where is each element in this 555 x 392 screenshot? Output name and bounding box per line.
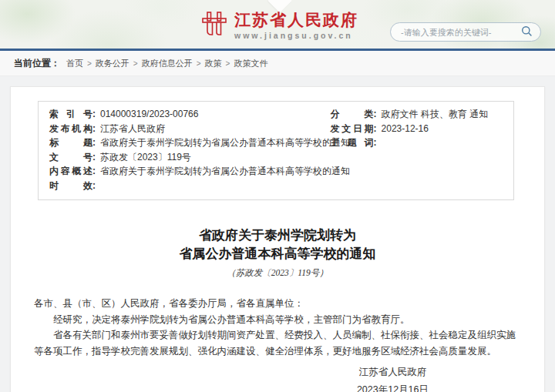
breadcrumb-separator: > <box>226 59 230 68</box>
sign-date: 2023年12月16日 <box>357 381 429 392</box>
meta-row-summary: 内容概述: 省政府关于泰州学院划转为省属公办普通本科高等学校的通知 <box>49 164 331 179</box>
salutation: 各市、县（市、区）人民政府，省各委办厅局，省各直属单位： <box>34 296 521 312</box>
meta-column-right: 分类: 政府文件 科技、教育 通知 发文日期: 2023-12-16 主题词: <box>331 107 503 193</box>
breadcrumb-item-zwgk[interactable]: 政务公开 <box>96 58 130 69</box>
search-input[interactable] <box>401 28 521 37</box>
meta-row-category: 分类: 政府文件 科技、教育 通知 <box>331 107 503 122</box>
search-icon <box>521 25 533 39</box>
meta-value-summary: 省政府关于泰州学院划转为省属公办普通本科高等学校的通知 <box>100 164 350 179</box>
site-logo[interactable]: 江苏省人民政府 www.jiangsu.gov.cn <box>200 10 358 41</box>
meta-row-index-no: 索引号: 014000319/2023-00766 <box>49 107 331 122</box>
search-box[interactable] <box>390 22 541 42</box>
document-title: 省政府关于泰州学院划转为 省属公办普通本科高等学校的通知 <box>11 226 544 263</box>
body-paragraph-2: 省各有关部门和泰州市要妥善做好划转期间资产处置、经费投入、人员编制、社保衔接、社… <box>34 327 521 359</box>
site-title: 江苏省人民政府 <box>234 11 358 29</box>
document-card: 索引号: 014000319/2023-00766 发布机构: 江苏省人民政府 … <box>10 86 545 392</box>
meta-row-doc-no: 文号: 苏政发〔2023〕119号 <box>49 150 331 165</box>
meta-row-issue-date: 发文日期: 2023-12-16 <box>331 122 503 136</box>
meta-row-keywords: 主题词: <box>331 136 503 150</box>
meta-value-doc-no: 苏政发〔2023〕119号 <box>100 150 191 165</box>
meta-value-category: 政府文件 科技、教育 通知 <box>382 107 489 122</box>
document-title-line2: 省属公办普通本科高等学校的通知 <box>11 245 544 263</box>
breadcrumb-item-zcwj[interactable]: 政策文件 <box>234 58 267 69</box>
breadcrumb-item-zc[interactable]: 政策 <box>205 58 222 69</box>
meta-row-validity: 时效: <box>49 179 331 193</box>
meta-row-issuer: 发布机构: 江苏省人民政府 <box>49 122 331 136</box>
meta-column-left: 索引号: 014000319/2023-00766 发布机构: 江苏省人民政府 … <box>49 107 331 193</box>
meta-value-index-no: 014000319/2023-00766 <box>100 107 198 122</box>
breadcrumb-prefix: 当前位置： <box>14 57 60 70</box>
document-title-line1: 省政府关于泰州学院划转为 <box>11 226 544 245</box>
document-meta-table: 索引号: 014000319/2023-00766 发布机构: 江苏省人民政府 … <box>38 101 514 200</box>
signature-block: 江苏省人民政府 2023年12月16日 <box>357 364 429 392</box>
site-url: www.jiangsu.gov.cn <box>234 31 358 40</box>
breadcrumb-item-xxgk[interactable]: 政府信息公开 <box>142 58 193 69</box>
search-button[interactable] <box>521 25 533 39</box>
breadcrumb: 当前位置： 首页 > 政务公开 > 政府信息公开 > 政策 > 政策文件 <box>0 51 555 76</box>
breadcrumb-separator: > <box>197 59 201 68</box>
su-seal-icon <box>200 10 228 41</box>
meta-row-title: 标题: 省政府关于泰州学院划转为省属公办普通本科高等学校的通知 <box>49 136 331 150</box>
meta-value-title: 省政府关于泰州学院划转为省属公办普通本科高等学校的通知 <box>100 136 350 150</box>
meta-value-issue-date: 2023-12-16 <box>382 122 429 136</box>
breadcrumb-item-home[interactable]: 首页 <box>66 58 83 69</box>
breadcrumb-separator: > <box>87 59 92 68</box>
signer-name: 江苏省人民政府 <box>357 364 429 381</box>
meta-value-issuer: 江苏省人民政府 <box>100 122 165 136</box>
site-header: 江苏省人民政府 www.jiangsu.gov.cn <box>0 0 555 49</box>
body-paragraph-1: 经研究，决定将泰州学院划转为省属公办普通本科高等学校，主管部门为省教育厅。 <box>34 312 521 328</box>
document-number: （苏政发〔2023〕119号） <box>11 267 544 279</box>
document-body: 各市、县（市、区）人民政府，省各委办厅局，省各直属单位： 经研究，决定将泰州学院… <box>34 296 521 359</box>
breadcrumb-separator: > <box>133 59 138 68</box>
